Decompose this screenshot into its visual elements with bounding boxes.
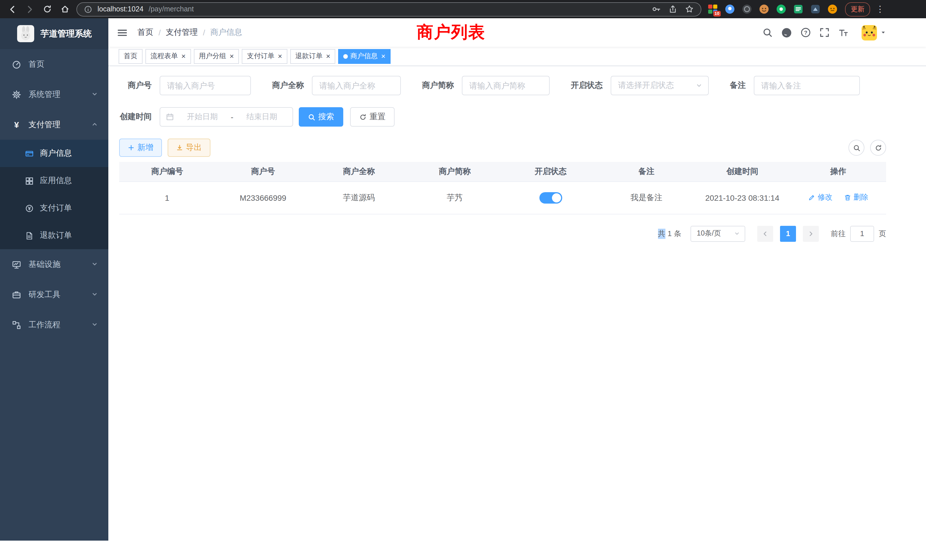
close-icon[interactable]: × <box>181 53 186 60</box>
toggle-search-button[interactable] <box>849 140 864 156</box>
trash-icon <box>844 194 851 201</box>
page-size-select[interactable]: 10条/页 <box>690 226 745 242</box>
filter-label: 创建时间 <box>119 112 152 122</box>
tab-process-form[interactable]: 流程表单 × <box>145 49 191 64</box>
user-menu[interactable] <box>862 25 886 40</box>
sidebar-item-merchant-info[interactable]: 商户信息 <box>0 140 108 167</box>
sidebar-item-home[interactable]: 首页 <box>0 49 108 79</box>
merchant-short-name-input[interactable] <box>462 76 550 95</box>
sidebar-item-refund-order[interactable]: 退款订单 <box>0 222 108 249</box>
tab-merchant-info[interactable]: 商户信息 × <box>338 49 390 64</box>
tab-user-group[interactable]: 用户分组 × <box>194 49 239 64</box>
status-select[interactable]: 请选择开启状态 <box>611 76 709 95</box>
help-icon[interactable]: ? <box>800 27 811 38</box>
home-icon[interactable] <box>59 3 71 15</box>
breadcrumb-payment[interactable]: 支付管理 <box>166 27 198 38</box>
extension-icon-5[interactable] <box>776 4 786 14</box>
close-icon[interactable]: × <box>326 53 330 60</box>
sidebar-item-app-info[interactable]: 应用信息 <box>0 167 108 194</box>
sidebar-item-label: 支付订单 <box>40 203 72 213</box>
workflow-icon <box>12 320 21 329</box>
logo-rabbit-icon <box>17 25 34 42</box>
prev-page-button[interactable] <box>757 226 773 242</box>
cell-actions: 修改 删除 <box>790 182 886 214</box>
user-avatar <box>862 25 877 40</box>
extension-icon-2[interactable] <box>725 4 735 14</box>
breadcrumb-separator: / <box>203 28 205 37</box>
gear-icon <box>12 90 21 99</box>
calendar-icon <box>166 113 174 121</box>
search-button[interactable]: 搜索 <box>299 107 343 127</box>
sidebar-item-workflow[interactable]: 工作流程 <box>0 310 108 340</box>
sidebar-item-system[interactable]: 系统管理 <box>0 79 108 109</box>
merchant-full-name-input[interactable] <box>312 76 401 95</box>
reload-icon[interactable] <box>41 3 54 15</box>
extension-icon-8[interactable] <box>828 4 838 14</box>
filter-status: 开启状态 请选择开启状态 <box>571 76 709 95</box>
password-key-icon[interactable] <box>652 5 661 14</box>
page-info-icon[interactable] <box>84 5 92 14</box>
sidebar-item-dev-tools[interactable]: 研发工具 <box>0 279 108 310</box>
extension-icon-7[interactable] <box>810 4 820 14</box>
add-button[interactable]: 新增 <box>119 139 162 157</box>
extension-icon-4[interactable] <box>759 4 769 14</box>
extension-badge: 10 <box>713 11 721 17</box>
chevron-down-icon <box>91 260 98 269</box>
chevron-down-icon <box>734 230 740 237</box>
column-header: 创建时间 <box>694 162 790 182</box>
browser-menu-kebab-icon[interactable]: ⋮ <box>876 4 884 14</box>
create-time-range-picker[interactable]: 开始日期 - 结束日期 <box>160 107 293 127</box>
status-toggle[interactable] <box>539 192 562 203</box>
refresh-table-button[interactable] <box>870 140 886 156</box>
navbar-actions: ? <box>763 25 886 40</box>
red-annotation-title: 商户列表 <box>417 21 485 44</box>
remark-input[interactable] <box>754 76 860 95</box>
url-bar[interactable]: localhost:1024/pay/merchant <box>76 2 701 16</box>
grid-icon <box>25 177 34 185</box>
column-header: 商户号 <box>215 162 311 182</box>
font-size-icon[interactable] <box>838 27 849 38</box>
close-icon[interactable]: × <box>230 53 234 60</box>
sidebar-item-infrastructure[interactable]: 基础设施 <box>0 249 108 279</box>
filter-label: 商户全称 <box>272 80 304 91</box>
page-number-button[interactable]: 1 <box>780 226 796 242</box>
browser-update-button[interactable]: 更新 <box>845 2 870 16</box>
edit-link[interactable]: 修改 <box>808 192 832 203</box>
extensions-area: 10 <box>708 4 838 14</box>
bookmark-star-icon[interactable] <box>685 5 694 14</box>
delete-link[interactable]: 删除 <box>844 192 869 203</box>
breadcrumb: 首页 / 支付管理 / 商户信息 <box>138 27 242 38</box>
close-icon[interactable]: × <box>278 53 282 60</box>
extension-icon-1[interactable]: 10 <box>708 4 718 14</box>
sidebar-item-payment[interactable]: ¥ 支付管理 <box>0 109 108 140</box>
fullscreen-icon[interactable] <box>819 27 830 38</box>
tab-home[interactable]: 首页 <box>119 49 142 64</box>
share-icon[interactable] <box>668 5 677 14</box>
tab-pay-order[interactable]: 支付订单 × <box>242 49 287 64</box>
chevron-down-icon <box>91 290 98 299</box>
cell-remark: 我是备注 <box>598 182 694 214</box>
github-icon[interactable] <box>781 27 792 38</box>
goto-page-input[interactable] <box>850 226 874 242</box>
tags-view-bar: 首页 流程表单 × 用户分组 × 支付订单 × <box>108 47 926 66</box>
extension-icon-6[interactable] <box>793 4 803 14</box>
search-icon[interactable] <box>763 27 773 38</box>
sidebar-item-pay-order[interactable]: 支付订单 <box>0 194 108 222</box>
refresh-icon <box>359 113 367 121</box>
tab-refund-order[interactable]: 退款订单 × <box>290 49 336 64</box>
forward-icon[interactable] <box>23 3 36 15</box>
date-separator: - <box>231 112 233 121</box>
merchant-no-input[interactable] <box>160 76 251 95</box>
back-icon[interactable] <box>6 3 18 15</box>
hamburger-icon[interactable] <box>117 27 128 38</box>
next-page-button[interactable] <box>803 226 819 242</box>
extension-icon-3[interactable] <box>742 4 752 14</box>
export-button[interactable]: 导出 <box>168 139 210 157</box>
close-icon[interactable]: × <box>381 53 386 60</box>
url-host: localhost:1024 <box>97 5 144 13</box>
table-header-row: 商户编号 商户号 商户全称 商户简称 开启状态 备注 创建时间 操作 <box>119 162 886 182</box>
sidebar-logo[interactable]: 芋道管理系统 <box>0 18 108 49</box>
reset-button[interactable]: 重置 <box>350 107 395 127</box>
breadcrumb-home[interactable]: 首页 <box>138 27 153 38</box>
table-toolbar: 新增 导出 <box>119 139 886 157</box>
